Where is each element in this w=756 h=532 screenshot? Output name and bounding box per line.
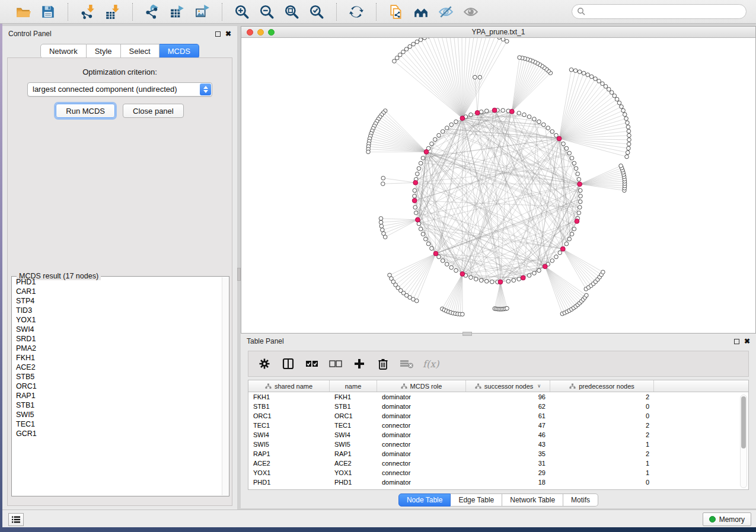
graph-node[interactable] (572, 161, 576, 165)
table-cell[interactable]: SWI5 (248, 440, 330, 449)
graph-node[interactable] (532, 271, 537, 275)
export-network-button[interactable] (140, 2, 165, 22)
graph-node[interactable] (554, 255, 559, 259)
graph-node[interactable] (449, 265, 454, 270)
graph-node[interactable] (621, 108, 626, 113)
graph-node[interactable] (478, 75, 482, 79)
table-cell[interactable]: 43 (466, 440, 550, 449)
mcds-node[interactable] (509, 109, 514, 114)
table-cell[interactable]: STB1 (248, 402, 330, 411)
graph-node[interactable] (537, 268, 541, 273)
tab-network-table[interactable]: Network Table (502, 493, 563, 507)
mcds-result-item[interactable]: ORC1 (12, 382, 222, 391)
graph-node[interactable] (527, 115, 531, 119)
table-cell[interactable]: ORC1 (248, 411, 330, 421)
table-cell[interactable]: TEC1 (330, 421, 377, 430)
graph-node[interactable] (558, 251, 562, 255)
graph-node[interactable] (381, 176, 385, 180)
graph-node[interactable] (610, 91, 614, 95)
network-canvas[interactable] (241, 38, 755, 333)
column-header-name[interactable]: name (330, 380, 377, 392)
close-window-icon[interactable] (247, 29, 253, 36)
table-cell[interactable]: 47 (466, 421, 550, 430)
graph-node[interactable] (383, 235, 387, 239)
graph-node[interactable] (627, 142, 631, 146)
graph-node[interactable] (381, 228, 385, 232)
graph-node[interactable] (395, 56, 399, 60)
graph-node[interactable] (454, 120, 458, 124)
graph-node[interactable] (627, 133, 631, 137)
graph-node[interactable] (414, 211, 418, 215)
mcds-node[interactable] (413, 180, 418, 185)
mcds-result-item[interactable]: PHD1 (12, 277, 222, 287)
table-cell[interactable]: 61 (466, 411, 550, 421)
table-cell[interactable]: dominator (377, 430, 466, 440)
mcds-node[interactable] (460, 116, 465, 121)
graph-node[interactable] (607, 88, 611, 92)
table-cell[interactable]: 1 (550, 440, 654, 449)
graph-node[interactable] (573, 69, 578, 73)
network-list-toggle-button[interactable] (8, 513, 24, 526)
graph-node[interactable] (613, 94, 617, 98)
close-table-panel-icon[interactable]: ✖ (744, 338, 750, 345)
refresh-view-button[interactable] (344, 2, 369, 22)
mcds-result-item[interactable]: YOX1 (12, 315, 222, 325)
import-network-button[interactable] (75, 2, 100, 22)
graph-node[interactable] (570, 232, 574, 236)
graph-node[interactable] (379, 224, 384, 228)
graph-node[interactable] (449, 123, 454, 127)
graph-node[interactable] (501, 108, 505, 113)
table-cell[interactable]: dominator (377, 402, 466, 411)
graph-node[interactable] (564, 242, 569, 246)
graph-node[interactable] (505, 306, 509, 310)
table-cell[interactable]: 2 (550, 421, 654, 430)
float-table-panel-icon[interactable] (734, 339, 739, 344)
graph-node[interactable] (408, 44, 412, 49)
graph-node[interactable] (414, 299, 419, 303)
graph-node[interactable] (564, 146, 569, 150)
mcds-node[interactable] (416, 217, 420, 222)
table-cell[interactable]: connector (377, 459, 466, 468)
graph-node[interactable] (546, 126, 550, 130)
mcds-node[interactable] (424, 149, 429, 154)
graph-node[interactable] (430, 246, 434, 251)
graph-node[interactable] (517, 277, 521, 281)
table-cell[interactable]: 0 (550, 477, 654, 487)
horizontal-splitter-handle[interactable] (462, 332, 472, 336)
network-titlebar[interactable]: YPA_prune.txt_1 (241, 27, 755, 38)
graph-node[interactable] (626, 125, 630, 129)
graph-node[interactable] (617, 101, 621, 105)
criterion-dropdown[interactable]: largest connected component (undirected) (27, 82, 212, 97)
table-scrollbar-thumb[interactable] (741, 396, 746, 448)
search-input[interactable] (572, 4, 747, 19)
graph-node[interactable] (604, 85, 608, 89)
graph-node[interactable] (615, 97, 619, 101)
table-cell[interactable]: dominator (377, 449, 466, 459)
table-cell[interactable]: 1 (550, 459, 654, 468)
graph-node[interactable] (445, 126, 449, 130)
graph-node[interactable] (589, 75, 594, 79)
graph-node[interactable] (454, 268, 458, 273)
graph-node[interactable] (419, 161, 423, 165)
graph-node[interactable] (437, 133, 441, 137)
table-cell[interactable]: connector (377, 440, 466, 449)
table-cell[interactable]: 46 (466, 430, 550, 440)
graph-node[interactable] (412, 42, 416, 46)
graph-node[interactable] (576, 172, 580, 176)
table-row[interactable]: PHD1PHD1dominator180 (248, 477, 748, 487)
table-cell[interactable]: 96 (466, 392, 550, 402)
graph-node[interactable] (623, 113, 627, 117)
graph-node[interactable] (441, 130, 445, 134)
export-table-button[interactable] (165, 2, 190, 22)
graph-node[interactable] (594, 77, 598, 81)
graph-node[interactable] (601, 270, 605, 274)
table-cell[interactable]: RAP1 (248, 449, 330, 459)
run-mcds-button[interactable]: Run MCDS (56, 104, 115, 118)
graph-node[interactable] (484, 109, 489, 113)
graph-node[interactable] (417, 166, 421, 171)
create-column-button[interactable] (352, 356, 367, 371)
column-header-successor-nodes[interactable]: successor nodes∨ (466, 380, 550, 392)
tab-style[interactable]: Style (87, 44, 121, 59)
table-cell[interactable]: 18 (466, 477, 550, 487)
graph-node[interactable] (415, 172, 419, 176)
